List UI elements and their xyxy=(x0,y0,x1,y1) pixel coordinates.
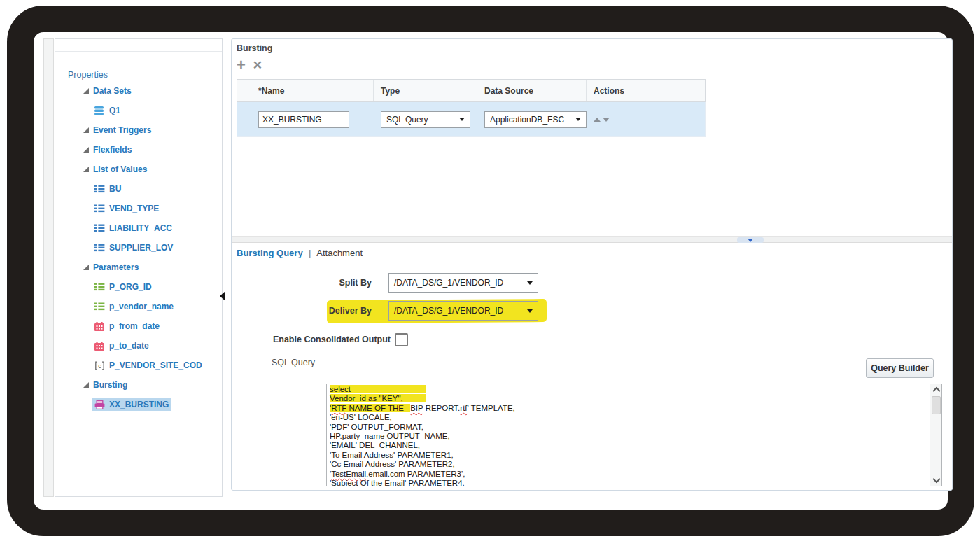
type-value: SQL Query xyxy=(386,115,428,125)
tree-node[interactable]: Parameters xyxy=(80,261,141,274)
deliver-by-dropdown[interactable]: /DATA_DS/G_1/VENDOR_ID xyxy=(388,301,538,321)
tree-item-label: Bursting xyxy=(93,380,127,390)
tree-node[interactable]: p_vendor_name xyxy=(92,300,176,313)
scroll-down-button[interactable] xyxy=(931,475,941,485)
tree-item-label: XX_BURSTING xyxy=(109,400,169,409)
tree-node[interactable]: VEND_TYPE xyxy=(92,202,162,215)
split-by-dropdown[interactable]: /DATA_DS/G_1/VENDOR_ID xyxy=(388,273,538,293)
tree-item-label: List of Values xyxy=(93,164,147,174)
lov-icon xyxy=(94,244,105,253)
sql-line: 'PDF' OUTPUT_FORMAT, xyxy=(330,423,930,432)
svg-text:c: c xyxy=(98,361,102,369)
sql-scrollbar[interactable] xyxy=(930,384,941,486)
expand-triangle-icon[interactable] xyxy=(83,147,89,153)
sidebar-item-p-org-id[interactable]: P_ORG_ID xyxy=(55,277,222,297)
tree-node[interactable]: p_to_date xyxy=(92,339,152,352)
expand-triangle-icon[interactable] xyxy=(83,265,89,270)
sidebar-item-p-to-date[interactable]: p_to_date xyxy=(55,336,222,356)
tab-bursting-query[interactable]: Bursting Query xyxy=(237,248,303,258)
tree-node[interactable]: LIABILITY_ACC xyxy=(92,222,175,234)
tree-item-label: BU xyxy=(109,184,121,194)
expand-triangle-icon[interactable] xyxy=(83,127,89,133)
tree-node[interactable]: SUPPLIER_LOV xyxy=(92,241,176,254)
tree-item-label: p_to_date xyxy=(109,341,149,351)
sidebar-item-list-of-values[interactable]: List of Values xyxy=(55,160,222,179)
tree-node[interactable]: List of Values xyxy=(80,163,150,176)
tree-node[interactable]: P_ORG_ID xyxy=(92,281,155,293)
tree-node[interactable]: Data Sets xyxy=(80,85,134,97)
tree-node[interactable]: XX_BURSTING xyxy=(92,398,172,411)
tree-item-label: Parameters xyxy=(93,262,139,272)
sidebar-item-bu[interactable]: BU xyxy=(55,179,222,199)
sql-line: 'TestEmail.email.com PARAMETER3', xyxy=(330,470,930,479)
sidebar-header xyxy=(55,39,222,52)
printer-icon xyxy=(94,400,105,409)
data-source-dropdown[interactable]: ApplicationDB_FSC xyxy=(484,111,587,128)
move-down-icon[interactable] xyxy=(603,118,610,122)
header-selector-cell xyxy=(237,80,251,101)
expand-triangle-icon[interactable] xyxy=(83,382,89,388)
tree-item-label: Flexfields xyxy=(93,145,132,155)
bursting-name-input[interactable] xyxy=(258,111,349,128)
sql-line: 'RTF NAME OF THE BIP REPORT.rtf' TEMPLAT… xyxy=(330,404,930,413)
column-header: Data Source xyxy=(477,80,587,101)
sidebar-item-flexfields[interactable]: Flexfields xyxy=(55,140,222,160)
tree-node[interactable]: Bursting xyxy=(80,379,130,391)
sidebar-item-p-from-date[interactable]: p_from_date xyxy=(55,316,222,336)
sidebar-item-event-triggers[interactable]: Event Triggers xyxy=(55,120,222,140)
lov-icon xyxy=(94,185,105,194)
text-param-icon: c xyxy=(94,361,105,370)
tree-node[interactable]: BU xyxy=(92,183,124,195)
sidebar-item-liability-acc[interactable]: LIABILITY_ACC xyxy=(55,218,222,238)
sidebar-item-q1[interactable]: Q1 xyxy=(55,101,222,120)
properties-tree: Data SetsQ1Event TriggersFlexfieldsList … xyxy=(55,81,222,414)
dropdown-arrow-icon xyxy=(527,281,533,285)
column-header: Type xyxy=(374,80,477,101)
table-header-row: *NameTypeData SourceActions xyxy=(237,79,706,102)
deliver-by-value: /DATA_DS/G_1/VENDOR_ID xyxy=(394,306,503,316)
sql-query-label: SQL Query xyxy=(272,358,412,367)
tree-node[interactable]: Flexfields xyxy=(80,143,134,156)
tree-item-label: SUPPLIER_LOV xyxy=(109,243,173,253)
sidebar-item-supplier-lov[interactable]: SUPPLIER_LOV xyxy=(55,238,222,258)
add-icon[interactable]: + xyxy=(237,57,246,73)
expand-triangle-icon[interactable] xyxy=(83,167,89,172)
sql-line: 'Cc Email Address' PARAMETER2, xyxy=(330,460,930,469)
query-builder-button[interactable]: Query Builder xyxy=(866,358,934,378)
sidebar-item-data-sets[interactable]: Data Sets xyxy=(55,81,222,101)
tree-node[interactable]: Q1 xyxy=(92,104,123,117)
type-dropdown[interactable]: SQL Query xyxy=(381,111,470,128)
tree-node[interactable]: Event Triggers xyxy=(80,124,154,136)
sql-text: selectVendor_id as "KEY",'RTF NAME OF TH… xyxy=(327,384,930,486)
scroll-up-button[interactable] xyxy=(931,384,941,395)
sidebar-item-p-vendor-site-cod[interactable]: cP_VENDOR_SITE_COD xyxy=(55,356,222,375)
splitter-bar[interactable] xyxy=(232,236,952,243)
sidebar-scrollbar-track[interactable] xyxy=(43,38,54,497)
splitter-arrow-icon xyxy=(748,239,753,242)
sidebar-item-xx-bursting[interactable]: XX_BURSTING xyxy=(55,395,222,414)
data-source-value: ApplicationDB_FSC xyxy=(490,115,564,125)
tree-node[interactable]: cP_VENDOR_SITE_COD xyxy=(92,359,205,372)
move-up-icon[interactable] xyxy=(594,118,601,122)
delete-icon[interactable]: ✕ xyxy=(253,58,262,73)
sql-line: 'Subject Of the Email' PARAMETER4, xyxy=(330,479,930,486)
table-row[interactable]: SQL Query ApplicationDB_FSC xyxy=(237,102,706,137)
dropdown-arrow-icon xyxy=(575,118,581,121)
tab-attachment[interactable]: Attachment xyxy=(316,248,363,258)
sql-line: HP.party_name OUTPUT_NAME, xyxy=(330,432,930,441)
sidebar-item-bursting[interactable]: Bursting xyxy=(55,375,222,395)
sidebar-collapse-arrow-icon[interactable] xyxy=(220,291,225,301)
sql-line: 'en-US' LOCALE, xyxy=(330,413,930,422)
splitter-collapse-handle[interactable] xyxy=(737,237,764,243)
chevron-up-icon xyxy=(932,386,940,394)
expand-triangle-icon[interactable] xyxy=(83,88,89,94)
sidebar-item-vend-type[interactable]: VEND_TYPE xyxy=(55,199,222,218)
sql-query-textarea[interactable]: selectVendor_id as "KEY",'RTF NAME OF TH… xyxy=(326,384,942,486)
sidebar-item-p-vendor-name[interactable]: p_vendor_name xyxy=(55,297,222,316)
enable-consolidated-checkbox[interactable] xyxy=(395,333,408,346)
row-selector-cell[interactable] xyxy=(237,102,251,136)
tree-node[interactable]: p_from_date xyxy=(92,320,162,332)
sidebar-item-parameters[interactable]: Parameters xyxy=(55,258,222,277)
main-panel: Bursting + ✕ *NameTypeData SourceActions… xyxy=(231,38,953,491)
scrollbar-thumb[interactable] xyxy=(932,396,941,414)
